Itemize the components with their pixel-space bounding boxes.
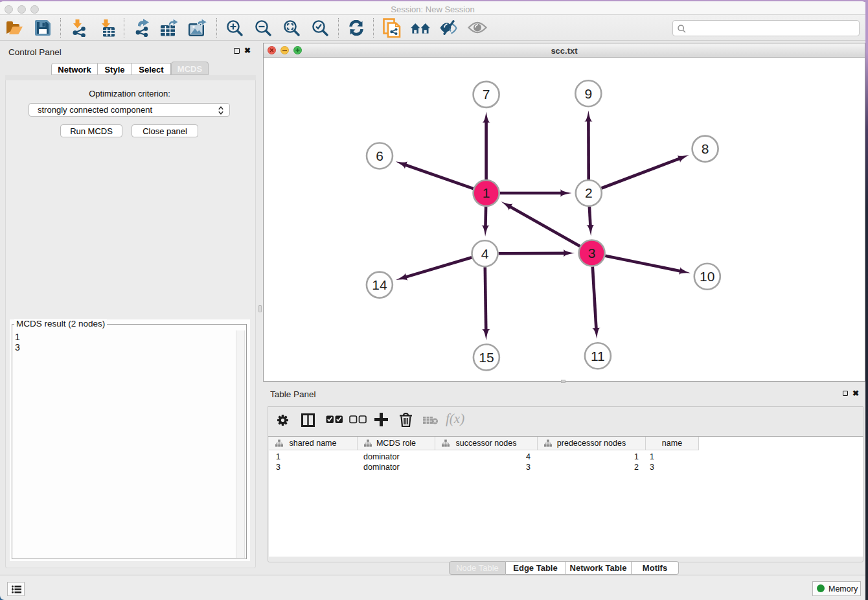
svg-text:3: 3 (588, 246, 596, 260)
svg-text:7: 7 (483, 87, 490, 102)
svg-text:4: 4 (481, 246, 489, 261)
svg-text:1: 1 (483, 185, 490, 200)
svg-text:10: 10 (700, 269, 714, 284)
svg-text:15: 15 (479, 350, 494, 365)
svg-text:6: 6 (376, 148, 383, 163)
svg-text:2: 2 (585, 185, 593, 200)
svg-text:14: 14 (372, 277, 387, 292)
svg-text:9: 9 (584, 86, 592, 101)
svg-text:11: 11 (591, 349, 605, 363)
svg-text:8: 8 (702, 141, 709, 156)
